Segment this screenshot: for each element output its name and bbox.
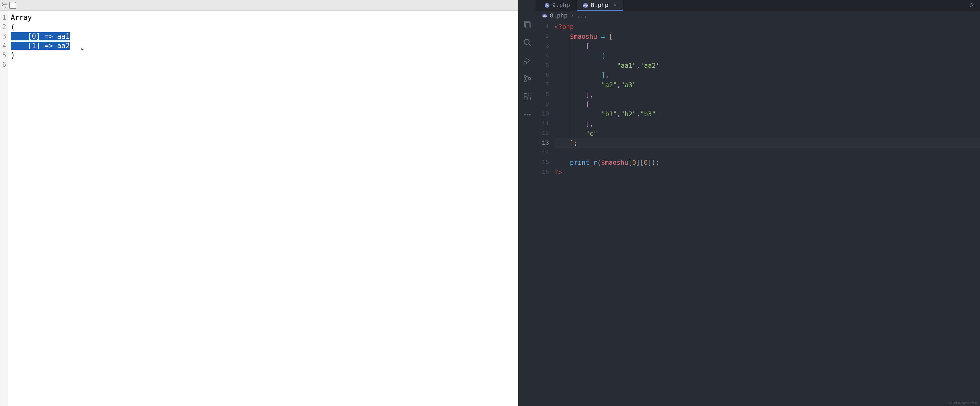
- code-line: "c": [554, 129, 980, 139]
- line-number: 14: [536, 148, 554, 158]
- svg-rect-9: [524, 94, 527, 96]
- svg-point-13: [524, 114, 525, 115]
- line-number: 13: [536, 139, 554, 148]
- code-line: ];: [554, 139, 980, 148]
- output-panel: 行 1 2 3 4 5 6 Array ( [0] => aa1 [1] => …: [0, 0, 519, 406]
- more-icon[interactable]: [523, 110, 532, 119]
- debug-icon[interactable]: [523, 56, 532, 65]
- line-number: 3: [0, 32, 8, 41]
- toolbar-checkbox[interactable]: [9, 2, 16, 9]
- line-number: 2: [536, 32, 554, 41]
- code-line: ],: [554, 70, 980, 80]
- line-number: 16: [536, 167, 554, 177]
- breadcrumb[interactable]: php 8.php › ...: [519, 11, 980, 21]
- tab-inactive[interactable]: php 9.php: [538, 0, 577, 11]
- tab-label: 9.php: [552, 2, 570, 9]
- tab-label: 8.php: [591, 2, 608, 9]
- code-line: ],: [554, 90, 980, 100]
- breadcrumb-rest: ...: [576, 13, 587, 19]
- close-icon[interactable]: ×: [614, 3, 617, 8]
- code-line: [: [554, 51, 980, 61]
- code-line: [: [554, 41, 980, 51]
- output-toolbar: 行: [0, 0, 518, 11]
- source-control-icon[interactable]: [523, 74, 532, 83]
- svg-line-3: [528, 44, 531, 46]
- output-line: Array: [8, 13, 518, 22]
- editor-content[interactable]: <?php $maoshu = [ [ [ "aa1",'aa2' ], "a2…: [554, 21, 980, 406]
- search-icon[interactable]: [523, 38, 532, 47]
- svg-point-6: [524, 75, 526, 78]
- output-line: [1] => aa2: [8, 41, 518, 51]
- code-line: "aa1",'aa2': [554, 61, 980, 70]
- line-number: 4: [0, 41, 8, 51]
- code-line: ?>: [554, 167, 980, 177]
- code-line: ],: [554, 119, 980, 129]
- tab-active[interactable]: php 8.php ×: [577, 0, 624, 11]
- svg-rect-12: [528, 93, 531, 96]
- code-line: [554, 148, 980, 158]
- code-line: "b1","b2","b3": [554, 109, 980, 119]
- php-file-icon: php: [542, 14, 547, 18]
- line-number: 12: [536, 129, 554, 139]
- svg-rect-10: [524, 97, 527, 100]
- line-number: 7: [536, 80, 554, 90]
- svg-point-14: [527, 114, 528, 115]
- code-line: <?php: [554, 22, 980, 32]
- php-file-icon: php: [583, 3, 588, 8]
- line-number: 4: [536, 51, 554, 61]
- selected-text: [1] => aa2: [11, 42, 70, 50]
- output-line: [8, 60, 518, 70]
- editor-panel: php 9.php php 8.php × php 8.php › ... 1 …: [519, 0, 980, 406]
- line-number: 11: [536, 119, 554, 129]
- code-line: $maoshu = [: [554, 32, 980, 41]
- line-number: 3: [536, 41, 554, 51]
- line-number: 1: [536, 22, 554, 32]
- line-number: 10: [536, 109, 554, 119]
- svg-marker-16: [970, 3, 974, 7]
- php-file-icon: php: [545, 3, 549, 8]
- line-number: 8: [536, 90, 554, 100]
- line-number: 5: [0, 51, 8, 60]
- editor-gutter: 1 2 3 4 5 6 7 8 9 10 11 12 13 14 15 16: [536, 21, 554, 406]
- svg-point-2: [524, 39, 529, 45]
- line-number: 2: [0, 22, 8, 32]
- line-number: 9: [536, 100, 554, 109]
- chevron-right-icon: ›: [570, 13, 574, 19]
- svg-rect-11: [528, 97, 531, 100]
- explorer-icon[interactable]: [523, 20, 532, 29]
- code-line: print_r($maoshu[0][0]);: [554, 158, 980, 167]
- line-number: 5: [536, 61, 554, 70]
- svg-point-15: [529, 114, 531, 115]
- output-line: ): [8, 51, 518, 60]
- breadcrumb-file: 8.php: [550, 13, 568, 19]
- run-icon[interactable]: [969, 2, 975, 9]
- output-gutter: 1 2 3 4 5 6: [0, 11, 8, 406]
- editor-area[interactable]: 1 2 3 4 5 6 7 8 9 10 11 12 13 14 15 16 <…: [519, 21, 980, 406]
- code-line: [: [554, 100, 980, 109]
- code-line: "a2","a3": [554, 80, 980, 90]
- output-line: (: [8, 22, 518, 32]
- svg-point-7: [524, 80, 526, 82]
- line-number: 15: [536, 158, 554, 167]
- output-line: [0] => aa1: [8, 32, 518, 41]
- watermark: CSDN @boy快快长大: [948, 401, 977, 405]
- toolbar-label: 行: [2, 2, 8, 10]
- activity-bar: [519, 0, 536, 406]
- output-content[interactable]: Array ( [0] => aa1 [1] => aa2 ) ↖: [8, 11, 518, 406]
- line-number: 1: [0, 13, 8, 22]
- output-area: 1 2 3 4 5 6 Array ( [0] => aa1 [1] => aa…: [0, 11, 518, 406]
- extensions-icon[interactable]: [523, 92, 532, 101]
- line-number: 6: [0, 60, 8, 70]
- selected-text: [0] => aa1: [11, 32, 70, 40]
- tabs-bar: php 9.php php 8.php ×: [519, 0, 980, 11]
- line-number: 6: [536, 70, 554, 80]
- editor-actions: [969, 0, 980, 11]
